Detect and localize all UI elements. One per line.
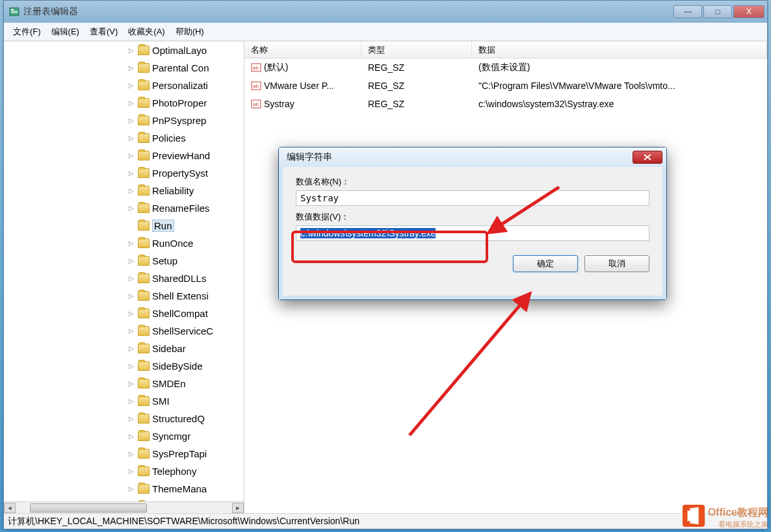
tree-item-label: SideBySide (152, 361, 203, 372)
expander-icon[interactable]: ▷ (127, 82, 135, 90)
tree-item[interactable]: ▷StructuredQ (4, 410, 244, 427)
tree-item[interactable]: ▷SysPrepTapi (4, 445, 244, 462)
ok-button[interactable]: 确定 (513, 255, 578, 272)
expander-icon[interactable]: ▷ (127, 134, 135, 142)
scroll-left-icon[interactable]: ◄ (4, 503, 16, 513)
folder-icon (138, 238, 150, 248)
titlebar[interactable]: 注册表编辑器 — □ X (4, 1, 767, 23)
expander-icon[interactable]: ▷ (127, 170, 135, 177)
tree-item[interactable]: Run (4, 217, 244, 234)
tree-item[interactable]: ▷Policies (4, 129, 244, 147)
cancel-button[interactable]: 取消 (584, 255, 649, 272)
scroll-thumb[interactable] (30, 503, 147, 513)
svg-text:ab: ab (253, 83, 259, 89)
tree-item[interactable]: ▷Shell Extensi (4, 287, 244, 305)
folder-icon (138, 379, 150, 388)
expander-icon[interactable]: ▷ (127, 240, 135, 247)
tree-item[interactable]: ▷ThemeMana (4, 480, 244, 498)
expander-icon[interactable]: ▷ (127, 117, 135, 125)
expander-icon[interactable]: ▷ (127, 257, 135, 265)
list-row[interactable]: abVMware User P...REG_SZ"C:\Program File… (244, 77, 767, 95)
tree-item[interactable]: ▷Setup (4, 252, 244, 270)
tree-item-label: Syncmgr (152, 431, 190, 442)
expander-icon[interactable]: ▷ (127, 152, 135, 160)
tree-item[interactable]: ▷SharedDLLs (4, 270, 244, 287)
tree-item-label: PnPSysprep (152, 115, 206, 126)
tree-item-label: Personalizati (152, 80, 208, 91)
dialog-titlebar[interactable]: 编辑字符串 (279, 147, 666, 167)
menu-edit[interactable]: 编辑(E) (46, 23, 85, 40)
folder-icon (138, 431, 150, 441)
expander-icon[interactable]: ▷ (127, 380, 135, 388)
value-name-input[interactable] (296, 190, 649, 206)
tree-panel: ▷OptimalLayo▷Parental Con▷Personalizati▷… (4, 42, 244, 513)
folder-icon (138, 256, 150, 266)
tree-item-label: SMI (152, 396, 170, 407)
cell-type: REG_SZ (361, 62, 472, 73)
menu-view[interactable]: 查看(V) (85, 23, 123, 40)
tree-item[interactable]: ▷ShellServiceC (4, 322, 244, 340)
tree-item[interactable]: ▷PhotoProper (4, 94, 244, 112)
menu-favorites[interactable]: 收藏夹(A) (123, 23, 170, 40)
expander-icon[interactable]: ▷ (127, 187, 135, 195)
value-data-input[interactable]: c:\windows\system32\Systray.exe (296, 225, 649, 241)
tree-item[interactable]: ▷SideBySide (4, 357, 244, 375)
expander-icon[interactable]: ▷ (127, 345, 135, 353)
list-row[interactable]: ab(默认)REG_SZ(数值未设置) (244, 58, 767, 77)
expander-icon[interactable]: ▷ (127, 450, 135, 458)
window-controls: — □ X (673, 5, 764, 18)
tree-item[interactable]: ▷ShellCompat (4, 305, 244, 322)
expander-icon[interactable]: ▷ (127, 415, 135, 423)
expander-icon[interactable]: ▷ (127, 310, 135, 318)
tree-item[interactable]: ▷Telephony (4, 462, 244, 480)
expander-icon[interactable]: ▷ (127, 275, 135, 283)
expander-icon[interactable]: ▷ (127, 433, 135, 440)
expander-icon[interactable]: ▷ (127, 47, 135, 55)
folder-icon (138, 273, 150, 283)
tree-scrollbar-horizontal[interactable]: ◄ ► (4, 501, 244, 513)
cell-name-text: Systray (264, 99, 294, 109)
value-name-label: 数值名称(N)： (296, 176, 649, 188)
cell-data: c:\windows\system32\Systray.exe (472, 99, 767, 109)
expander-icon[interactable]: ▷ (127, 292, 135, 300)
tree-item[interactable]: ▷Sidebar (4, 340, 244, 357)
tree-item-label: Reliability (152, 185, 194, 196)
tree-item-label: RunOnce (152, 238, 193, 249)
expander-icon[interactable]: ▷ (127, 64, 135, 72)
expander-icon[interactable] (127, 222, 135, 230)
cell-type: REG_SZ (361, 99, 472, 109)
expander-icon[interactable]: ▷ (127, 468, 135, 475)
expander-icon[interactable]: ▷ (127, 398, 135, 405)
folder-icon (138, 466, 150, 476)
tree-item[interactable]: ▷SMDEn (4, 375, 244, 392)
expander-icon[interactable]: ▷ (127, 99, 135, 107)
scroll-right-icon[interactable]: ► (232, 503, 244, 513)
menu-help[interactable]: 帮助(H) (170, 23, 209, 40)
tree-item[interactable]: ▷Personalizati (4, 77, 244, 94)
expander-icon[interactable]: ▷ (127, 327, 135, 335)
tree-item[interactable]: ▷PropertySyst (4, 164, 244, 182)
menu-file[interactable]: 文件(F) (8, 23, 46, 40)
expander-icon[interactable]: ▷ (127, 205, 135, 212)
dialog-close-button[interactable] (633, 151, 662, 164)
tree-item[interactable]: ▷Syncmgr (4, 427, 244, 445)
tree-item[interactable]: ▷Parental Con (4, 59, 244, 77)
tree-item[interactable]: ▷PreviewHand (4, 147, 244, 164)
maximize-button[interactable]: □ (703, 5, 732, 18)
tree-item[interactable]: ▷OptimalLayo (4, 42, 244, 59)
list-row[interactable]: abSystrayREG_SZc:\windows\system32\Systr… (244, 95, 767, 113)
folder-icon (138, 344, 150, 353)
expander-icon[interactable]: ▷ (127, 362, 135, 370)
tree-item[interactable]: ▷SMI (4, 392, 244, 410)
tree-item[interactable]: ▷Reliability (4, 182, 244, 199)
minimize-button[interactable]: — (673, 5, 702, 18)
close-button[interactable]: X (733, 5, 764, 18)
col-header-data[interactable]: 数据 (472, 42, 767, 58)
expander-icon[interactable]: ▷ (127, 485, 135, 493)
tree-item[interactable]: ▷RenameFiles (4, 199, 244, 217)
tree-item[interactable]: ▷RunOnce (4, 234, 244, 252)
col-header-name[interactable]: 名称 (244, 42, 361, 58)
tree-item[interactable]: ▷PnPSysprep (4, 112, 244, 129)
tree-body[interactable]: ▷OptimalLayo▷Parental Con▷Personalizati▷… (4, 42, 244, 501)
col-header-type[interactable]: 类型 (361, 42, 472, 58)
